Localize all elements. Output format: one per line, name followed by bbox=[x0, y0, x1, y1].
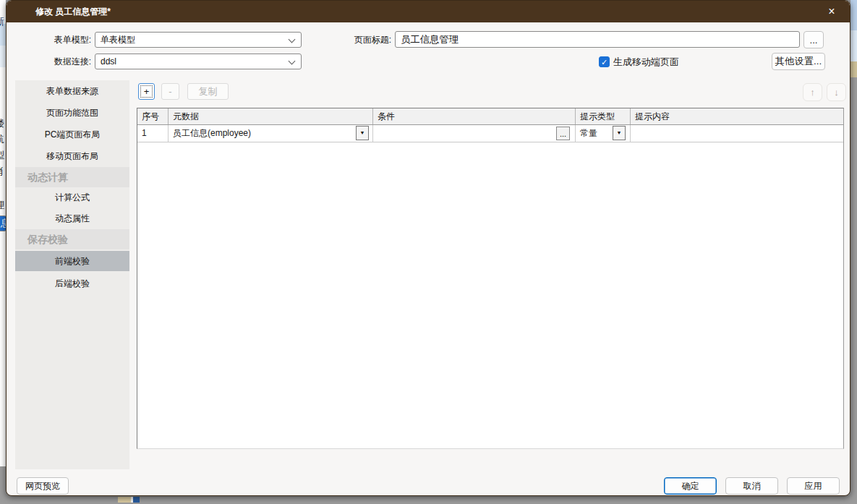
sidebar-item-dynamic-properties[interactable]: 动态属性 bbox=[15, 208, 129, 229]
apply-button[interactable]: 应用 bbox=[787, 477, 840, 495]
background-bottom-fragment bbox=[133, 497, 140, 503]
background-text-fragment: 肖 bbox=[0, 166, 6, 177]
background-text-fragment: 航 bbox=[0, 134, 6, 145]
sidebar-item-calculation-formula[interactable]: 计算公式 bbox=[15, 187, 129, 208]
dropdown-arrow-icon[interactable]: ▼ bbox=[613, 126, 626, 140]
table-row: 1 员工信息(employee) ▼ ... 常量 ▼ bbox=[137, 125, 843, 142]
check-icon: ✓ bbox=[601, 58, 607, 67]
row-metadata-combobox[interactable]: 员工信息(employee) ▼ bbox=[169, 125, 373, 142]
background-gray-area bbox=[0, 466, 6, 504]
data-connection-select[interactable]: ddsl bbox=[95, 54, 302, 69]
data-connection-value: ddsl bbox=[101, 56, 116, 67]
row-prompt-type-value: 常量 bbox=[580, 128, 597, 138]
form-model-value: 单表模型 bbox=[101, 35, 135, 45]
copy-row-button[interactable]: 复制 bbox=[187, 83, 229, 100]
background-right-tan bbox=[850, 61, 857, 77]
row-metadata-value: 员工信息(employee) bbox=[173, 128, 251, 138]
condition-browse-button[interactable]: ... bbox=[556, 127, 570, 140]
ok-button[interactable]: 确定 bbox=[664, 477, 717, 495]
sidebar-item-mobile-page-layout[interactable]: 移动页面布局 bbox=[15, 145, 129, 167]
move-up-icon[interactable]: ↑ bbox=[803, 83, 822, 101]
dialog-titlebar[interactable]: 修改 员工信息管理* × bbox=[7, 1, 850, 22]
dialog-title: 修改 员工信息管理* bbox=[35, 1, 111, 22]
sidebar-section-save-validation: 保存校验 bbox=[15, 229, 129, 249]
table-header-row: 序号 元数据 条件 提示类型 提示内容 bbox=[137, 108, 843, 125]
data-connection-label: 数据连接: bbox=[19, 54, 91, 69]
page-title-label: 页面标题: bbox=[319, 32, 391, 48]
validation-rules-table: 序号 元数据 条件 提示类型 提示内容 1 员工信息(employee) ▼ .… bbox=[137, 108, 844, 449]
sidebar-item-form-data-source[interactable]: 表单数据来源 bbox=[15, 80, 129, 102]
page-title-input[interactable] bbox=[395, 31, 800, 48]
cancel-button[interactable]: 取消 bbox=[725, 477, 778, 495]
background-text-fragment: 型 bbox=[0, 150, 6, 161]
sidebar-item-frontend-validation[interactable]: 前端校验 bbox=[15, 251, 129, 271]
background-window-left-sliver: 新 楼 航 型 肖 理 息 bbox=[0, 0, 6, 466]
sidebar-item-backend-validation[interactable]: 后端校验 bbox=[15, 273, 129, 294]
background-text-fragment: 新 bbox=[0, 16, 6, 27]
dropdown-arrow-icon[interactable]: ▼ bbox=[356, 126, 369, 140]
chevron-down-icon bbox=[289, 36, 296, 43]
row-prompt-content-cell[interactable] bbox=[631, 125, 843, 142]
background-right-blue bbox=[850, 0, 857, 30]
add-row-button[interactable]: + bbox=[138, 83, 155, 100]
generate-mobile-page-checkbox[interactable]: ✓ bbox=[599, 56, 610, 67]
background-text-fragment: 理 bbox=[0, 200, 6, 211]
column-header-prompt-type: 提示类型 bbox=[576, 108, 631, 124]
sidebar: 表单数据来源 页面功能范围 PC端页面布局 移动页面布局 动态计算 计算公式 动… bbox=[15, 80, 129, 469]
web-preview-button[interactable]: 网页预览 bbox=[17, 477, 69, 495]
other-settings-button[interactable]: 其他设置... bbox=[772, 53, 825, 70]
column-header-seq: 序号 bbox=[137, 108, 169, 124]
row-condition-cell[interactable]: ... bbox=[373, 125, 576, 142]
column-header-metadata: 元数据 bbox=[169, 108, 373, 124]
chevron-down-icon bbox=[289, 58, 296, 65]
move-down-icon[interactable]: ↓ bbox=[827, 83, 846, 101]
form-model-label: 表单模型: bbox=[19, 32, 91, 48]
background-toolbar-band bbox=[0, 46, 6, 67]
background-bottom-fragment bbox=[118, 497, 131, 503]
column-header-prompt-content: 提示内容 bbox=[631, 108, 843, 124]
sidebar-item-pc-page-layout[interactable]: PC端页面布局 bbox=[15, 124, 129, 145]
row-prompt-type-combobox[interactable]: 常量 ▼ bbox=[576, 125, 631, 142]
page-title-browse-button[interactable]: ... bbox=[803, 31, 824, 48]
sidebar-section-dynamic-calculation: 动态计算 bbox=[15, 167, 129, 187]
column-header-condition: 条件 bbox=[373, 108, 576, 124]
generate-mobile-page-label: 生成移动端页面 bbox=[613, 56, 679, 67]
background-text-fragment-selected: 息 bbox=[0, 215, 6, 231]
background-text-fragment: 楼 bbox=[0, 118, 6, 129]
row-seq-cell: 1 bbox=[137, 125, 169, 142]
background-right-lightblue bbox=[850, 30, 857, 61]
sidebar-item-page-function-scope[interactable]: 页面功能范围 bbox=[15, 102, 129, 124]
form-model-select[interactable]: 单表模型 bbox=[95, 32, 302, 48]
remove-row-button[interactable]: - bbox=[161, 83, 179, 100]
screen: 新 楼 航 型 肖 理 息 修改 员工信息管理* × 表单模型: 单表模型 页面… bbox=[0, 0, 857, 504]
edit-form-dialog: 修改 员工信息管理* × 表单模型: 单表模型 页面标题: ... 数据连接: … bbox=[6, 0, 850, 496]
close-icon[interactable]: × bbox=[818, 1, 845, 22]
